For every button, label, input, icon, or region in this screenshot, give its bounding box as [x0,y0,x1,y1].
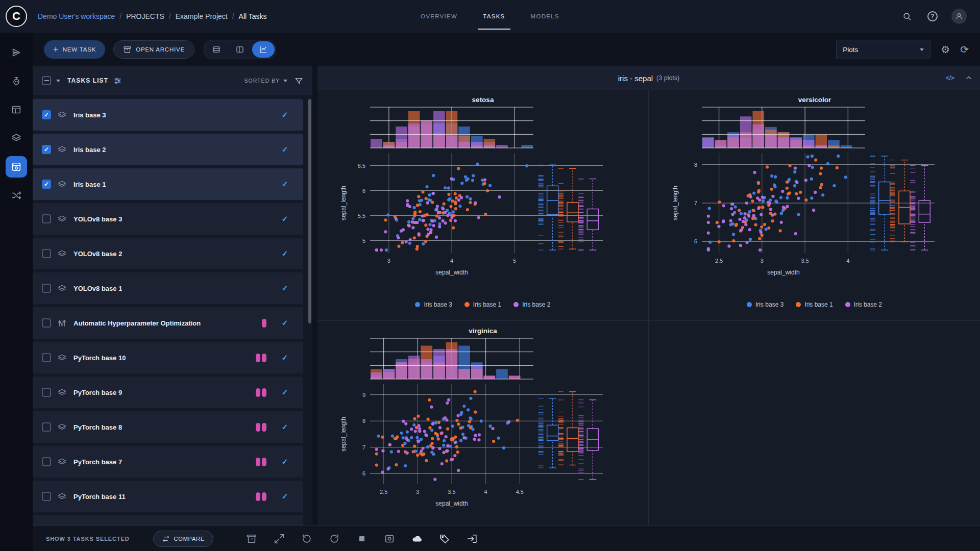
task-name: PyTorch base 11 [74,493,126,500]
task-checkbox[interactable] [42,180,51,189]
archive-button[interactable] [242,529,261,548]
breadcrumb-item[interactable]: All Tasks [239,12,267,20]
tab-overview[interactable]: OVERVIEW [410,0,468,33]
task-row[interactable]: YOLOv8 base 2 [33,238,303,269]
plot-canvas-virginica[interactable]: 67892.533.544.5virginicasepal_widthsepal… [337,324,628,525]
metric-view-dropdown[interactable]: Plots [836,40,930,59]
breadcrumb-item[interactable]: Example Project [176,12,228,20]
show-selected-button[interactable]: SHOW 3 TASKS SELECTED [46,536,130,542]
status-badge [262,354,266,362]
new-task-button[interactable]: + NEW TASK [44,40,105,59]
customize-columns-icon[interactable] [113,77,122,85]
open-archive-label: OPEN ARCHIVE [136,46,185,53]
sidebar-item-pipelines[interactable] [6,128,27,149]
legend-item[interactable]: Iris base 2 [845,301,882,308]
legend-item[interactable]: Iris base 3 [415,301,452,308]
settings-gear-icon[interactable] [941,43,950,56]
task-row[interactable]: PyTorch base 10 [33,342,303,373]
tasks-list: Iris base 3Iris base 2Iris base 1YOLOv8 … [33,95,312,525]
plots-count-label: (3 plots) [656,74,679,82]
tasks-panel: TASKS LIST SORTED BY Iris base 3Iris bas… [33,66,312,525]
task-checkbox[interactable] [42,492,51,501]
split-view-button[interactable] [229,41,251,58]
search-icon[interactable] [900,10,914,23]
collapse-chevron-icon[interactable] [965,74,973,82]
refresh-icon[interactable] [960,43,969,56]
embed-code-icon[interactable] [946,74,954,82]
task-checkbox[interactable] [42,457,51,466]
task-row[interactable]: PyTorch base 5 [33,515,303,525]
task-checkbox[interactable] [42,110,51,119]
task-checkbox[interactable] [42,145,51,154]
user-avatar[interactable] [951,9,967,24]
tab-models[interactable]: MODELS [521,0,570,33]
task-row[interactable]: Automatic Hyperparameter Optimization [33,307,303,339]
breadcrumb: Demo User's workspace/PROJECTS/Example P… [38,12,267,20]
task-row[interactable]: YOLOv8 base 3 [33,203,303,235]
breadcrumb-separator: / [169,12,171,20]
help-icon[interactable] [926,10,939,23]
select-all-chevron-icon[interactable] [56,80,60,82]
tasks-scrollbar[interactable] [308,99,311,323]
breadcrumb-item[interactable]: PROJECTS [126,12,164,20]
tags-button[interactable] [435,529,454,548]
sidebar-item-models[interactable] [6,70,27,92]
filter-icon[interactable] [295,77,303,85]
sidebar-item-reports[interactable] [6,99,27,120]
task-checkbox[interactable] [42,214,51,223]
table-view-button[interactable] [205,41,228,58]
task-row[interactable]: PyTorch base 11 [33,481,303,512]
task-checkbox[interactable] [42,284,51,293]
task-checkbox[interactable] [42,353,51,362]
svg-text:6: 6 [362,188,365,194]
legend-item[interactable]: Iris base 1 [796,301,832,308]
legend-item[interactable]: Iris base 2 [513,301,550,308]
new-task-label: NEW TASK [63,46,96,53]
publish-button[interactable] [407,529,427,548]
compare-button[interactable]: COMPARE [153,531,213,547]
task-row[interactable]: Iris base 2 [33,134,303,165]
sorted-by-dropdown[interactable]: SORTED BY [244,78,288,84]
task-checkbox[interactable] [42,422,51,432]
select-all-checkbox[interactable] [42,76,51,85]
breadcrumb-item[interactable]: Demo User's workspace [38,12,115,20]
tab-tasks[interactable]: TASKS [473,0,515,33]
task-row[interactable]: YOLOv8 base 1 [33,272,303,304]
chart-view-button[interactable] [252,41,275,58]
move-to-button[interactable] [462,529,482,548]
legend-item[interactable]: Iris base 3 [747,301,783,308]
task-row[interactable]: PyTorch base 8 [33,411,303,443]
task-row[interactable]: Iris base 1 [33,168,303,200]
completed-check-icon [280,214,290,223]
task-checkbox[interactable] [42,318,51,328]
capture-button[interactable] [380,529,399,548]
sidebar-item-dashboard[interactable] [6,42,27,63]
svg-text:4: 4 [450,258,453,264]
task-row[interactable]: PyTorch base 7 [33,446,303,478]
abort-button[interactable] [352,529,372,548]
task-type-icon [57,492,67,502]
task-row[interactable]: Iris base 3 [33,99,303,131]
sidebar-item-workers[interactable] [6,185,27,206]
legend-item[interactable]: Iris base 1 [464,301,501,308]
plot-canvas-setosa[interactable]: 55.566.5345setosasepal_widthsepal_length [337,93,628,301]
chart-view-icon [259,45,268,54]
pipelines-icon [11,133,22,144]
archive-icon [246,533,257,544]
dropdown-value: Plots [843,46,858,54]
open-archive-button[interactable]: OPEN ARCHIVE [113,40,194,59]
reset-button[interactable] [325,529,344,548]
task-checkbox[interactable] [42,388,51,397]
completed-check-icon [280,145,290,154]
clone-button[interactable] [270,529,289,548]
plots-header: iris - sepal (3 plots) [317,66,980,90]
task-badges [256,492,266,501]
retry-button[interactable] [297,529,316,548]
app-logo[interactable]: C [0,6,33,27]
sidebar-item-applications[interactable] [6,156,27,178]
task-row[interactable]: PyTorch base 9 [33,377,303,408]
toolbar: + NEW TASK OPEN ARCHIVE Plots [33,33,980,66]
tasks-list-title: TASKS LIST [67,77,108,84]
plot-canvas-versicolor[interactable]: 6782.533.54versicolorsepal_widthsepal_le… [669,93,960,301]
task-checkbox[interactable] [42,249,51,258]
